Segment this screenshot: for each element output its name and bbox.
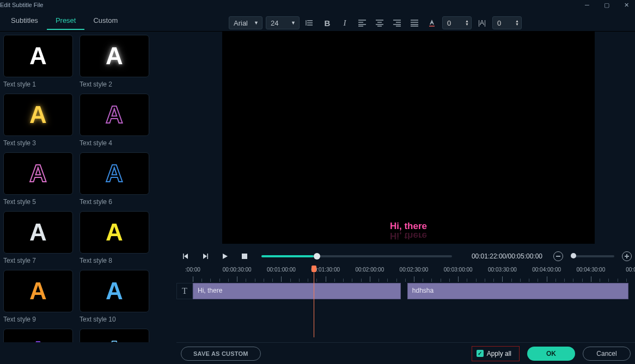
ruler-tick: 00:00:30:00	[223, 267, 252, 273]
line-height-icon[interactable]	[303, 16, 317, 29]
font-select[interactable]: Arial ▼	[229, 16, 262, 29]
ok-button[interactable]: OK	[527, 347, 575, 361]
preset-style-label: Text style 7	[3, 257, 73, 264]
subtitle-clip-2[interactable]: hdhsha	[407, 283, 628, 299]
playback-controls: 00:01:22:00/00:05:00:00	[176, 247, 635, 266]
chevron-down-icon: ▼	[254, 20, 259, 26]
svg-rect-2	[207, 254, 209, 259]
align-center-button[interactable]	[373, 16, 387, 29]
ruler-tick: 00:03:30:00	[488, 267, 517, 273]
apply-all-group[interactable]: ✓ Apply all	[472, 346, 520, 361]
stop-button[interactable]	[239, 250, 251, 262]
next-frame-button[interactable]	[199, 250, 211, 262]
preset-style-label: Text style 2	[80, 81, 149, 88]
svg-rect-3	[242, 254, 247, 259]
footer: SAVE AS CUSTOM ✓ Apply all OK Cancel	[176, 342, 635, 364]
zoom-slider[interactable]	[571, 255, 614, 257]
maximize-button[interactable]: ▢	[600, 2, 613, 9]
ruler-tick: 00:03:00:00	[444, 267, 473, 273]
text-track-lane[interactable]: Hi, therehdhsha	[193, 283, 635, 299]
ruler-tick: 00:02:00:00	[355, 267, 384, 273]
preset-style-2[interactable]: AText style 2	[80, 35, 149, 88]
ruler-tick: 00:04:00:00	[532, 267, 561, 273]
preset-style-label: Text style 4	[80, 139, 149, 147]
cancel-button[interactable]: Cancel	[583, 347, 631, 361]
preset-style-8[interactable]: AText style 8	[80, 211, 149, 264]
char-spacing-stepper[interactable]: 0 ▲▼	[442, 16, 472, 29]
font-color-button[interactable]	[425, 16, 439, 29]
playhead[interactable]	[314, 267, 314, 337]
preset-style-label: Text style 6	[80, 198, 149, 206]
italic-button[interactable]: I	[338, 16, 352, 29]
font-select-value: Arial	[234, 19, 248, 27]
timeline-ruler[interactable]: :00:0000:00:30:0000:01:00:0000:01:30:000…	[176, 267, 635, 283]
preset-style-12[interactable]: AText style 12	[80, 329, 149, 342]
subtitle-clip-1[interactable]: Hi, there	[193, 283, 401, 299]
play-button[interactable]	[219, 250, 231, 262]
save-as-custom-button[interactable]: SAVE AS CUSTOM	[181, 347, 261, 361]
seek-knob[interactable]	[314, 253, 320, 260]
close-button[interactable]: ✕	[620, 2, 633, 9]
apply-all-label: Apply all	[487, 350, 511, 357]
preset-panel[interactable]: AText style 1AText style 2AText style 3A…	[0, 32, 173, 342]
preset-style-label: Text style 1	[3, 81, 73, 88]
window-title: Edit Subtitle File	[0, 2, 43, 8]
preview-area: Hi, there Hi, there	[176, 32, 635, 245]
font-size-select[interactable]: 24 ▼	[266, 16, 300, 29]
tab-subtitles[interactable]: Subtitles	[2, 11, 47, 30]
preset-style-11[interactable]: AText style 11	[3, 329, 73, 342]
preset-style-7[interactable]: AText style 7	[3, 211, 73, 264]
apply-all-checkbox[interactable]: ✓	[477, 350, 484, 357]
minimize-button[interactable]: ─	[581, 2, 594, 9]
preset-style-9[interactable]: AText style 9	[3, 270, 73, 323]
svg-rect-1	[183, 254, 184, 259]
preset-style-3[interactable]: AText style 3	[3, 94, 73, 147]
preset-style-label: Text style 5	[3, 198, 73, 206]
letter-spacing-icon[interactable]: |A|	[475, 16, 489, 29]
preset-style-10[interactable]: AText style 10	[80, 270, 149, 323]
ruler-tick: :00:00	[185, 267, 200, 273]
tab-preset[interactable]: Preset	[47, 11, 85, 30]
bold-button[interactable]: B	[320, 16, 334, 29]
char-spacing-value: 0	[447, 19, 451, 27]
line-spacing-value: 0	[497, 19, 501, 27]
zoom-out-button[interactable]	[553, 251, 563, 261]
seek-bar[interactable]	[261, 255, 452, 257]
timeline-tracks: T Hi, therehdhsha	[176, 283, 635, 342]
preset-style-label: Text style 3	[3, 139, 73, 147]
preset-style-6[interactable]: AText style 6	[80, 152, 149, 206]
video-preview[interactable]: Hi, there Hi, there	[222, 32, 595, 244]
timecode: 00:01:22:00/00:05:00:00	[472, 252, 542, 260]
ruler-tick: 00:04:30:00	[576, 267, 605, 273]
svg-rect-0	[429, 26, 435, 27]
align-left-button[interactable]	[355, 16, 369, 29]
preset-style-1[interactable]: AText style 1	[3, 35, 73, 88]
ruler-tick: 00:05:0	[626, 267, 635, 273]
text-toolbar: Arial ▼ 24 ▼ B I 0 ▲▼ |A| 0 ▲▼	[229, 14, 632, 32]
align-justify-button[interactable]	[407, 16, 422, 29]
ruler-tick: 00:01:00:00	[267, 267, 296, 273]
zoom-in-button[interactable]	[622, 251, 632, 261]
line-spacing-stepper[interactable]: 0 ▲▼	[492, 16, 522, 29]
preset-style-5[interactable]: AText style 5	[3, 152, 73, 206]
ruler-tick: 00:02:30:00	[400, 267, 429, 273]
chevron-down-icon: ▼	[291, 20, 296, 26]
preset-style-label: Text style 10	[80, 316, 149, 323]
prev-frame-button[interactable]	[180, 250, 192, 262]
font-size-value: 24	[271, 19, 278, 27]
text-track-header[interactable]: T	[176, 283, 193, 299]
preset-style-4[interactable]: AText style 4	[80, 94, 149, 147]
preset-style-label: Text style 9	[3, 316, 73, 323]
preset-style-label: Text style 8	[80, 257, 149, 264]
tab-custom[interactable]: Custom	[84, 11, 126, 30]
align-right-button[interactable]	[390, 16, 404, 29]
preview-subtitle-reflection: Hi, there	[222, 230, 595, 241]
